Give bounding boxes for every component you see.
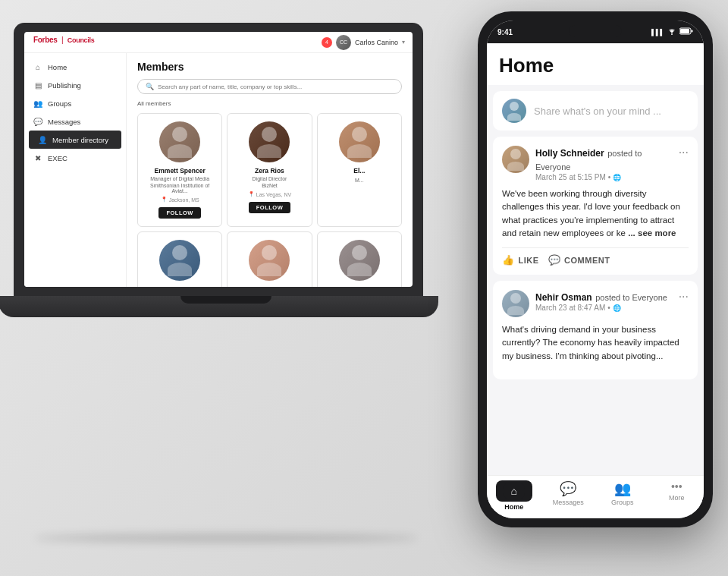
groups-icon: 👥 bbox=[33, 99, 42, 108]
comment-button-1[interactable]: 💬 COMMENT bbox=[548, 254, 610, 266]
member-name-3: El... bbox=[353, 167, 365, 175]
follow-button-2[interactable]: FOLLOW bbox=[249, 202, 291, 213]
main-content: Members 🔍 All members Emmett Spencer bbox=[127, 53, 413, 287]
home-icon: ⌂ bbox=[33, 62, 42, 71]
sidebar-member-directory-label: Member directory bbox=[52, 136, 108, 144]
member-company-1: Smithsonian Institution of Aviat... bbox=[143, 183, 217, 194]
post-actions-1: 👍 LIKE 💬 COMMENT bbox=[502, 247, 689, 266]
post-author-1: Holly Schneider posted to Everyone bbox=[535, 146, 673, 173]
globe-icon-1: • bbox=[608, 173, 611, 181]
member-card-4[interactable] bbox=[137, 231, 222, 287]
user-avatar[interactable]: CC bbox=[336, 35, 351, 50]
member-name-2: Zera Rios bbox=[255, 167, 284, 175]
sidebar-item-groups[interactable]: 👥 Groups bbox=[24, 94, 126, 112]
post-meta-2: Nehir Osman posted to Everyone March 23 … bbox=[535, 290, 673, 312]
phone-outer: 9:41 ▌▌▌ bbox=[478, 11, 713, 527]
feed-post-1: Holly Schneider posted to Everyone March… bbox=[493, 137, 698, 275]
search-input[interactable] bbox=[158, 83, 394, 90]
bottom-tab-messages[interactable]: 💬 Messages bbox=[549, 480, 587, 511]
sidebar-item-home[interactable]: ⌂ Home bbox=[24, 58, 126, 76]
member-title-1: Manager of Digital Media bbox=[150, 176, 209, 181]
laptop-shadow bbox=[35, 534, 417, 543]
sidebar-item-member-directory[interactable]: 👤 Member directory bbox=[29, 131, 121, 149]
laptop-screen: Forbes | Councils 4 CC Carlos Canino ▾ bbox=[24, 32, 413, 287]
member-name-1: Emmett Spencer bbox=[155, 167, 206, 175]
like-icon-1: 👍 bbox=[502, 254, 515, 266]
svg-rect-3 bbox=[692, 30, 693, 33]
member-card-1[interactable]: Emmett Spencer Manager of Digital Media … bbox=[137, 113, 222, 227]
post-more-options-1[interactable]: ··· bbox=[679, 146, 689, 159]
member-card-6[interactable] bbox=[317, 231, 402, 287]
sidebar-item-exec[interactable]: ✖ EXEC bbox=[24, 149, 126, 167]
sidebar-item-publishing[interactable]: ▤ Publishing bbox=[24, 76, 126, 94]
member-title-2: Digital Director bbox=[253, 176, 287, 181]
member-location-2: 📍 Las Vegas, NV bbox=[248, 191, 291, 197]
phone-feed[interactable]: Share what's on your mind ... bbox=[487, 85, 704, 475]
like-button-1[interactable]: 👍 LIKE bbox=[502, 254, 539, 266]
home-tab-bg: ⌂ bbox=[496, 480, 532, 502]
sidebar-item-messages[interactable]: 💬 Messages bbox=[24, 112, 126, 131]
compose-placeholder[interactable]: Share what's on your mind ... bbox=[534, 105, 661, 117]
phone-screen: 9:41 ▌▌▌ bbox=[487, 20, 704, 518]
user-name: Carlos Canino bbox=[355, 39, 398, 46]
member-directory-icon: 👤 bbox=[38, 135, 47, 144]
member-location-1: 📍 Jackson, MS bbox=[161, 197, 199, 203]
member-avatar-5 bbox=[249, 240, 290, 281]
wifi-icon bbox=[667, 27, 676, 36]
member-card-2[interactable]: Zera Rios Digital Director BizNet 📍 Las … bbox=[227, 113, 312, 227]
signal-icon: ▌▌▌ bbox=[651, 29, 664, 36]
laptop-screen-outer: Forbes | Councils 4 CC Carlos Canino ▾ bbox=[14, 23, 423, 296]
location-pin-2: 📍 bbox=[248, 191, 255, 197]
member-avatar-6 bbox=[339, 240, 380, 281]
home-tab-icon: ⌂ bbox=[504, 483, 525, 499]
bottom-tab-more[interactable]: ••• More bbox=[657, 480, 695, 511]
follow-button-1[interactable]: FOLLOW bbox=[158, 207, 201, 219]
member-card-5[interactable] bbox=[227, 231, 312, 287]
user-dropdown-icon[interactable]: ▾ bbox=[402, 39, 405, 46]
bottom-tab-home[interactable]: ⌂ Home bbox=[495, 480, 533, 511]
search-icon: 🔍 bbox=[146, 83, 154, 90]
sidebar-messages-label: Messages bbox=[48, 118, 80, 126]
member-avatar-2 bbox=[249, 121, 290, 162]
phone-home-title: Home bbox=[499, 54, 692, 77]
laptop-app-header: Forbes | Councils 4 CC Carlos Canino ▾ bbox=[24, 32, 413, 53]
member-avatar-1 bbox=[159, 121, 200, 162]
phone: 9:41 ▌▌▌ bbox=[478, 11, 713, 527]
post-more-options-2[interactable]: ··· bbox=[679, 290, 689, 304]
post-header-2: Nehir Osman posted to Everyone March 23 … bbox=[502, 290, 689, 317]
bottom-tab-groups[interactable]: 👥 Groups bbox=[604, 480, 642, 511]
members-grid: Emmett Spencer Manager of Digital Media … bbox=[137, 113, 402, 287]
compose-avatar bbox=[502, 99, 526, 123]
sidebar-exec-label: EXEC bbox=[48, 154, 67, 162]
groups-tab-icon: 👥 bbox=[614, 480, 631, 497]
home-tab-label: Home bbox=[504, 503, 523, 511]
post-header-1: Holly Schneider posted to Everyone March… bbox=[502, 146, 689, 181]
sidebar-home-label: Home bbox=[48, 63, 67, 71]
forbes-logo: Forbes | Councils bbox=[33, 36, 94, 44]
member-avatar-4 bbox=[159, 240, 200, 281]
globe-icon-2: • bbox=[607, 304, 610, 312]
more-tab-icon: ••• bbox=[671, 480, 682, 493]
search-bar[interactable]: 🔍 bbox=[137, 79, 402, 94]
laptop: Forbes | Councils 4 CC Carlos Canino ▾ bbox=[14, 23, 438, 539]
post-text-1: We've been working through diversity cha… bbox=[502, 187, 689, 240]
visibility-globe-1: 🌐 bbox=[613, 174, 621, 181]
post-date-2: March 23 at 8:47 AM • 🌐 bbox=[535, 304, 673, 312]
post-text-2: What's driving demand in your business c… bbox=[502, 323, 689, 363]
header-user-area: 4 CC Carlos Canino ▾ bbox=[322, 35, 405, 50]
all-members-label: All members bbox=[137, 100, 402, 107]
messages-icon: 💬 bbox=[33, 117, 42, 126]
post-compose-box[interactable]: Share what's on your mind ... bbox=[493, 91, 698, 131]
see-more-1[interactable]: ... see more bbox=[628, 228, 676, 238]
member-avatar-3 bbox=[339, 121, 380, 162]
post-date-1: March 25 at 5:15 PM • 🌐 bbox=[535, 173, 673, 181]
post-avatar-2 bbox=[502, 290, 529, 317]
members-title: Members bbox=[137, 61, 402, 73]
notification-badge[interactable]: 4 bbox=[322, 37, 332, 48]
sidebar-publishing-label: Publishing bbox=[48, 81, 81, 90]
post-avatar-1 bbox=[502, 146, 529, 173]
member-company-2: BizNet bbox=[262, 183, 278, 188]
exec-icon: ✖ bbox=[33, 153, 42, 162]
forbes-brand: Forbes bbox=[33, 36, 58, 44]
member-card-3[interactable]: El... M... bbox=[317, 113, 402, 227]
